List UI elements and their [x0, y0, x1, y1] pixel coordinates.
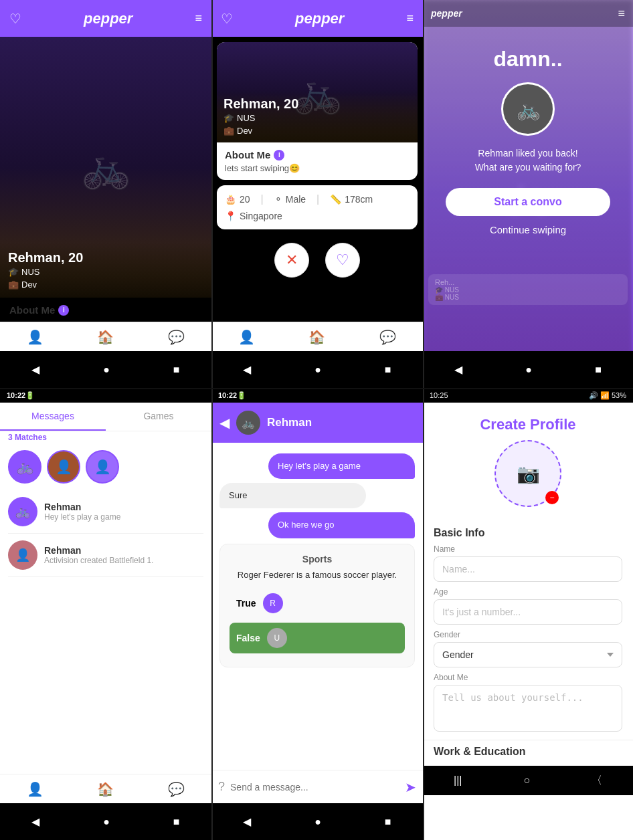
profile-sub1-left: 🎓 NUS [8, 267, 203, 277]
nav-home-bl[interactable]: 🏠 [97, 781, 114, 797]
false-avatar: U [267, 628, 287, 648]
info-box-center: 🎂 20 | ⚬ Male | 📏 178cm 📍 Singapore [217, 185, 418, 229]
bottom-nav-bl: 👤 🏠 💬 [0, 774, 211, 803]
match-preview-cards: Reh... 🎓 NUS 💼 NUS [423, 274, 633, 308]
age-field-group: Age [423, 585, 633, 627]
top-bar-left: ♡ pepper ≡ [0, 0, 211, 37]
false-label: False [236, 633, 260, 643]
detail-card-image: 🚲 Rehman, 20 🎓 NUS 💼 Dev [217, 42, 418, 142]
match-circle-3[interactable]: 👤 [86, 450, 119, 484]
profile-overlay-left: Rehman, 20 🎓 NUS 💼 Dev [0, 242, 211, 298]
menu-icon-right[interactable]: ≡ [618, 7, 625, 21]
detail-card: 🚲 Rehman, 20 🎓 NUS 💼 Dev About Me [217, 42, 418, 180]
photo-remove-button[interactable]: − [545, 491, 559, 504]
bottom-nav-center: 👤 🏠 💬 [211, 322, 423, 351]
about-box: About Me i lets start swiping😊 [217, 142, 418, 180]
android-back-bc[interactable]: ◀ [243, 815, 251, 828]
start-convo-button[interactable]: Start a convo [446, 188, 611, 216]
message-avatar-2: 👤 [8, 540, 37, 570]
about-field-group: About Me [423, 670, 633, 737]
preview-card-1: Reh... 🎓 NUS 💼 NUS [428, 274, 628, 305]
chat-input[interactable] [230, 782, 399, 793]
age-input[interactable] [434, 599, 622, 625]
android-back-center[interactable]: ◀ [243, 363, 251, 376]
name-label: Name [434, 544, 622, 554]
profile-sub-left: 🎓 NUS 💼 Dev [8, 266, 203, 290]
panel-top-center: ♡ pepper ≡ 🚲 Rehman, 20 🎓 NUS 💼 Dev [211, 0, 423, 388]
profile-photo-placeholder[interactable]: 📷 − [494, 440, 561, 507]
game-category: Sports [230, 554, 405, 564]
time-bottom-center: 10:22 [218, 391, 237, 399]
game-option-true[interactable]: True R [230, 588, 405, 619]
message-bubble-1: Hey let's play a game [268, 453, 415, 479]
gender-select[interactable]: Gender Male Female Non-binary [434, 642, 622, 667]
android-home-left[interactable]: ● [103, 364, 110, 376]
android-home-bc[interactable]: ● [314, 816, 321, 828]
chat-messages: Hey let's play a game Sure Ok here we go… [211, 443, 423, 713]
nav-person-center[interactable]: 👤 [238, 329, 255, 345]
android-home-right[interactable]: ● [525, 364, 532, 376]
tab-games[interactable]: Games [106, 403, 211, 431]
basic-info-header: Basic Info [423, 520, 633, 542]
tab-messages[interactable]: Messages [0, 403, 106, 431]
continue-swiping-button[interactable]: Continue swiping [490, 224, 566, 235]
gender-field-group: Gender Gender Male Female Non-binary [423, 627, 633, 670]
menu-icon-center[interactable]: ≡ [406, 11, 414, 25]
android-nav-br: ||| ○ 〈 [423, 766, 633, 795]
android-recents-right[interactable]: ■ [595, 364, 602, 376]
heart-icon-left[interactable]: ♡ [9, 11, 21, 27]
camera-icon: 📷 [517, 463, 540, 485]
detail-name-overlay: Rehman, 20 🎓 NUS 💼 Dev [217, 90, 418, 142]
chat-back-button[interactable]: ◀ [219, 415, 230, 431]
detail-profile-sub: 🎓 NUS 💼 Dev [223, 112, 411, 136]
message-avatar-1: 🚲 [8, 497, 37, 526]
android-recents-center[interactable]: ■ [385, 364, 391, 376]
nav-chat-left[interactable]: 💬 [168, 329, 185, 345]
message-preview-1: Hey let's play a game [44, 512, 203, 522]
android-home-bl[interactable]: ● [103, 816, 110, 828]
battery-right: 🔊 📶 53% [589, 391, 626, 400]
android-back-bl[interactable]: ◀ [31, 815, 39, 828]
height-stat: 📏 178cm [330, 194, 373, 205]
game-card: Sports Roger Federer is a famous soccer … [219, 544, 415, 667]
name-input[interactable] [434, 556, 622, 582]
reject-button[interactable]: ✕ [274, 243, 309, 278]
nav-home-left[interactable]: 🏠 [97, 329, 114, 345]
android-home-br[interactable]: ○ [523, 774, 530, 786]
chat-send-button[interactable]: ➤ [405, 779, 416, 795]
message-item-1[interactable]: 🚲 Rehman Hey let's play a game [8, 490, 203, 534]
match-circle-1[interactable]: 🚲 [8, 450, 41, 484]
bottom-nav-left: 👤 🏠 💬 [0, 322, 211, 351]
android-back-br[interactable]: ||| [454, 774, 462, 786]
create-profile-title: Create Profile [434, 416, 622, 433]
about-textarea[interactable] [434, 685, 622, 732]
match-circle-2[interactable]: 👤 [47, 450, 80, 484]
android-home-center[interactable]: ● [314, 364, 321, 376]
stats-row: 🎂 20 | ⚬ Male | 📏 178cm [225, 193, 410, 205]
chat-question-icon[interactable]: ? [218, 780, 225, 794]
android-recents-bc[interactable]: ■ [385, 816, 391, 828]
android-bar-top-left: ◀ ● ■ [0, 351, 211, 388]
panel-bottom-center: 10:22 🔋 ◀ 🚲 Rehman Hey let's play a game… [211, 388, 423, 840]
status-bar-bottom-left: 10:22 🔋 [0, 388, 211, 403]
nav-person-bl[interactable]: 👤 [27, 781, 43, 797]
game-option-false[interactable]: False U [230, 623, 405, 653]
heart-icon-center[interactable]: ♡ [221, 11, 233, 27]
like-button[interactable]: ♡ [325, 243, 360, 278]
android-recents-br[interactable]: 〈 [592, 774, 602, 788]
battery-bottom-center: 🔋 [237, 391, 246, 400]
nav-chat-center[interactable]: 💬 [379, 329, 396, 345]
android-recents-bl[interactable]: ■ [173, 816, 180, 828]
panel-top-left: ♡ pepper ≡ 🚲 Rehman, 20 🎓 NUS 💼 Dev Abou… [0, 0, 211, 388]
message-item-2[interactable]: 👤 Rehman Activision created Battlefield … [8, 534, 203, 577]
detail-sub2: 💼 Dev [223, 126, 411, 136]
nav-person-left[interactable]: 👤 [27, 329, 43, 345]
android-back-left[interactable]: ◀ [31, 363, 39, 376]
chat-name: Rehman [267, 416, 312, 429]
nav-chat-bl[interactable]: 💬 [168, 781, 185, 797]
android-back-right[interactable]: ◀ [454, 363, 462, 376]
menu-icon-left[interactable]: ≡ [195, 11, 202, 25]
android-recents-left[interactable]: ■ [173, 364, 180, 376]
message-content-2: Rehman Activision created Battlefield 1. [44, 545, 203, 565]
nav-home-center[interactable]: 🏠 [308, 329, 325, 345]
